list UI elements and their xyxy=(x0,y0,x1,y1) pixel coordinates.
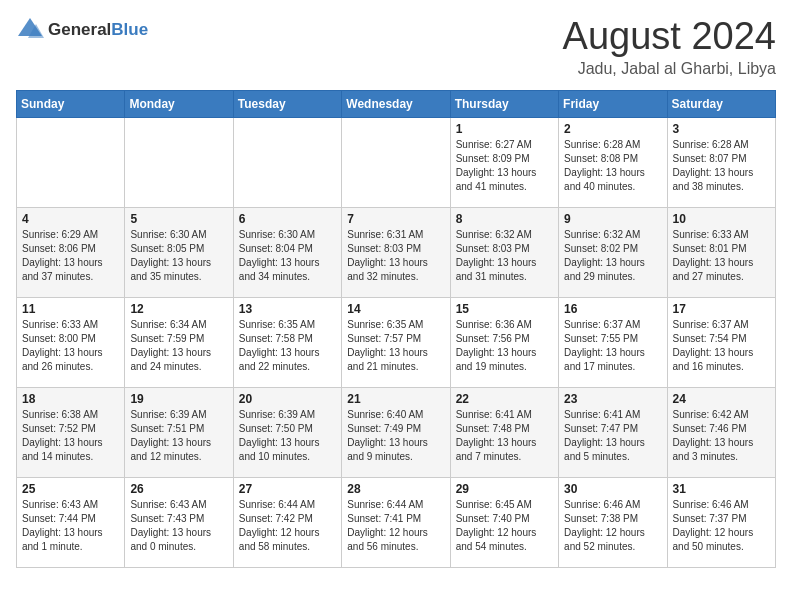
calendar-cell: 1Sunrise: 6:27 AM Sunset: 8:09 PM Daylig… xyxy=(450,117,558,207)
calendar-cell: 13Sunrise: 6:35 AM Sunset: 7:58 PM Dayli… xyxy=(233,297,341,387)
calendar-cell: 3Sunrise: 6:28 AM Sunset: 8:07 PM Daylig… xyxy=(667,117,775,207)
day-number: 12 xyxy=(130,302,227,316)
week-row-2: 4Sunrise: 6:29 AM Sunset: 8:06 PM Daylig… xyxy=(17,207,776,297)
calendar-cell: 17Sunrise: 6:37 AM Sunset: 7:54 PM Dayli… xyxy=(667,297,775,387)
day-info: Sunrise: 6:45 AM Sunset: 7:40 PM Dayligh… xyxy=(456,498,553,554)
day-info: Sunrise: 6:28 AM Sunset: 8:08 PM Dayligh… xyxy=(564,138,661,194)
day-info: Sunrise: 6:30 AM Sunset: 8:05 PM Dayligh… xyxy=(130,228,227,284)
calendar-cell: 24Sunrise: 6:42 AM Sunset: 7:46 PM Dayli… xyxy=(667,387,775,477)
calendar-cell: 21Sunrise: 6:40 AM Sunset: 7:49 PM Dayli… xyxy=(342,387,450,477)
day-info: Sunrise: 6:33 AM Sunset: 8:00 PM Dayligh… xyxy=(22,318,119,374)
week-row-3: 11Sunrise: 6:33 AM Sunset: 8:00 PM Dayli… xyxy=(17,297,776,387)
calendar-cell: 4Sunrise: 6:29 AM Sunset: 8:06 PM Daylig… xyxy=(17,207,125,297)
day-header-saturday: Saturday xyxy=(667,90,775,117)
day-info: Sunrise: 6:35 AM Sunset: 7:57 PM Dayligh… xyxy=(347,318,444,374)
day-number: 31 xyxy=(673,482,770,496)
day-number: 11 xyxy=(22,302,119,316)
calendar-cell: 15Sunrise: 6:36 AM Sunset: 7:56 PM Dayli… xyxy=(450,297,558,387)
calendar-cell xyxy=(125,117,233,207)
day-info: Sunrise: 6:38 AM Sunset: 7:52 PM Dayligh… xyxy=(22,408,119,464)
day-number: 28 xyxy=(347,482,444,496)
day-number: 3 xyxy=(673,122,770,136)
day-info: Sunrise: 6:27 AM Sunset: 8:09 PM Dayligh… xyxy=(456,138,553,194)
day-header-thursday: Thursday xyxy=(450,90,558,117)
logo-blue: Blue xyxy=(111,20,148,39)
calendar-cell: 2Sunrise: 6:28 AM Sunset: 8:08 PM Daylig… xyxy=(559,117,667,207)
day-header-friday: Friday xyxy=(559,90,667,117)
calendar-cell xyxy=(233,117,341,207)
calendar-cell: 19Sunrise: 6:39 AM Sunset: 7:51 PM Dayli… xyxy=(125,387,233,477)
main-title: August 2024 xyxy=(563,16,776,58)
day-number: 22 xyxy=(456,392,553,406)
calendar-cell: 31Sunrise: 6:46 AM Sunset: 7:37 PM Dayli… xyxy=(667,477,775,567)
calendar-cell: 11Sunrise: 6:33 AM Sunset: 8:00 PM Dayli… xyxy=(17,297,125,387)
day-info: Sunrise: 6:41 AM Sunset: 7:48 PM Dayligh… xyxy=(456,408,553,464)
day-number: 14 xyxy=(347,302,444,316)
day-info: Sunrise: 6:35 AM Sunset: 7:58 PM Dayligh… xyxy=(239,318,336,374)
day-info: Sunrise: 6:36 AM Sunset: 7:56 PM Dayligh… xyxy=(456,318,553,374)
calendar-cell: 10Sunrise: 6:33 AM Sunset: 8:01 PM Dayli… xyxy=(667,207,775,297)
calendar-cell: 5Sunrise: 6:30 AM Sunset: 8:05 PM Daylig… xyxy=(125,207,233,297)
calendar-cell: 18Sunrise: 6:38 AM Sunset: 7:52 PM Dayli… xyxy=(17,387,125,477)
day-info: Sunrise: 6:37 AM Sunset: 7:55 PM Dayligh… xyxy=(564,318,661,374)
logo-general: General xyxy=(48,20,111,39)
calendar-cell: 8Sunrise: 6:32 AM Sunset: 8:03 PM Daylig… xyxy=(450,207,558,297)
day-info: Sunrise: 6:33 AM Sunset: 8:01 PM Dayligh… xyxy=(673,228,770,284)
day-info: Sunrise: 6:43 AM Sunset: 7:44 PM Dayligh… xyxy=(22,498,119,554)
calendar-cell: 7Sunrise: 6:31 AM Sunset: 8:03 PM Daylig… xyxy=(342,207,450,297)
title-block: August 2024 Jadu, Jabal al Gharbi, Libya xyxy=(563,16,776,78)
day-header-tuesday: Tuesday xyxy=(233,90,341,117)
day-info: Sunrise: 6:39 AM Sunset: 7:51 PM Dayligh… xyxy=(130,408,227,464)
day-info: Sunrise: 6:46 AM Sunset: 7:37 PM Dayligh… xyxy=(673,498,770,554)
day-header-sunday: Sunday xyxy=(17,90,125,117)
day-number: 18 xyxy=(22,392,119,406)
day-number: 23 xyxy=(564,392,661,406)
day-number: 7 xyxy=(347,212,444,226)
calendar-cell: 16Sunrise: 6:37 AM Sunset: 7:55 PM Dayli… xyxy=(559,297,667,387)
day-number: 19 xyxy=(130,392,227,406)
calendar-header-row: SundayMondayTuesdayWednesdayThursdayFrid… xyxy=(17,90,776,117)
day-number: 8 xyxy=(456,212,553,226)
day-info: Sunrise: 6:32 AM Sunset: 8:03 PM Dayligh… xyxy=(456,228,553,284)
calendar-cell: 27Sunrise: 6:44 AM Sunset: 7:42 PM Dayli… xyxy=(233,477,341,567)
calendar-cell: 20Sunrise: 6:39 AM Sunset: 7:50 PM Dayli… xyxy=(233,387,341,477)
calendar-cell: 6Sunrise: 6:30 AM Sunset: 8:04 PM Daylig… xyxy=(233,207,341,297)
sub-title: Jadu, Jabal al Gharbi, Libya xyxy=(563,60,776,78)
calendar-cell xyxy=(342,117,450,207)
day-number: 26 xyxy=(130,482,227,496)
day-number: 20 xyxy=(239,392,336,406)
day-number: 25 xyxy=(22,482,119,496)
day-number: 17 xyxy=(673,302,770,316)
day-info: Sunrise: 6:42 AM Sunset: 7:46 PM Dayligh… xyxy=(673,408,770,464)
day-info: Sunrise: 6:40 AM Sunset: 7:49 PM Dayligh… xyxy=(347,408,444,464)
week-row-4: 18Sunrise: 6:38 AM Sunset: 7:52 PM Dayli… xyxy=(17,387,776,477)
day-header-wednesday: Wednesday xyxy=(342,90,450,117)
calendar-cell: 25Sunrise: 6:43 AM Sunset: 7:44 PM Dayli… xyxy=(17,477,125,567)
calendar-cell: 28Sunrise: 6:44 AM Sunset: 7:41 PM Dayli… xyxy=(342,477,450,567)
day-info: Sunrise: 6:41 AM Sunset: 7:47 PM Dayligh… xyxy=(564,408,661,464)
day-number: 9 xyxy=(564,212,661,226)
week-row-5: 25Sunrise: 6:43 AM Sunset: 7:44 PM Dayli… xyxy=(17,477,776,567)
day-number: 29 xyxy=(456,482,553,496)
logo: GeneralBlue xyxy=(16,16,148,44)
calendar-cell: 23Sunrise: 6:41 AM Sunset: 7:47 PM Dayli… xyxy=(559,387,667,477)
calendar-cell xyxy=(17,117,125,207)
day-number: 30 xyxy=(564,482,661,496)
day-info: Sunrise: 6:32 AM Sunset: 8:02 PM Dayligh… xyxy=(564,228,661,284)
day-number: 13 xyxy=(239,302,336,316)
day-header-monday: Monday xyxy=(125,90,233,117)
day-info: Sunrise: 6:29 AM Sunset: 8:06 PM Dayligh… xyxy=(22,228,119,284)
day-info: Sunrise: 6:46 AM Sunset: 7:38 PM Dayligh… xyxy=(564,498,661,554)
day-info: Sunrise: 6:28 AM Sunset: 8:07 PM Dayligh… xyxy=(673,138,770,194)
calendar-cell: 14Sunrise: 6:35 AM Sunset: 7:57 PM Dayli… xyxy=(342,297,450,387)
day-info: Sunrise: 6:34 AM Sunset: 7:59 PM Dayligh… xyxy=(130,318,227,374)
logo-icon xyxy=(16,16,44,44)
day-number: 4 xyxy=(22,212,119,226)
day-info: Sunrise: 6:43 AM Sunset: 7:43 PM Dayligh… xyxy=(130,498,227,554)
calendar-cell: 29Sunrise: 6:45 AM Sunset: 7:40 PM Dayli… xyxy=(450,477,558,567)
week-row-1: 1Sunrise: 6:27 AM Sunset: 8:09 PM Daylig… xyxy=(17,117,776,207)
day-number: 16 xyxy=(564,302,661,316)
calendar-cell: 30Sunrise: 6:46 AM Sunset: 7:38 PM Dayli… xyxy=(559,477,667,567)
day-info: Sunrise: 6:30 AM Sunset: 8:04 PM Dayligh… xyxy=(239,228,336,284)
day-number: 15 xyxy=(456,302,553,316)
